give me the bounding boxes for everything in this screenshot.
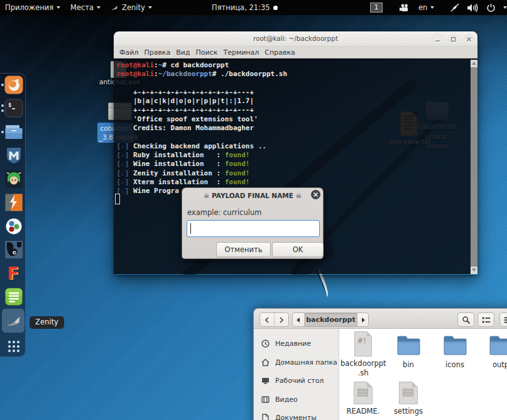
file-manager-header: backdoorppt — [254, 309, 507, 329]
sidebar-item-desktop[interactable]: Рабочий стол — [254, 372, 339, 390]
folder-icon — [397, 336, 420, 355]
view-toggle-button[interactable] — [477, 312, 494, 327]
breadcrumb-current-folder[interactable]: backdoorppt — [305, 313, 357, 326]
camera-indicator[interactable] — [399, 0, 410, 15]
svg-text:F: F — [8, 264, 19, 283]
places-label: Места — [70, 3, 94, 12]
text-caret — [190, 223, 191, 234]
terminal-titlebar[interactable]: root@kali: ~/backdoorppt — [114, 31, 477, 47]
notification-dot — [273, 6, 278, 10]
file-icons[interactable]: icons — [432, 336, 477, 370]
burpsuite-icon[interactable] — [4, 193, 23, 212]
file-manager-window: backdoorppt Недавние Домашняя папка Рабо — [253, 308, 507, 420]
files-app-icon[interactable] — [4, 123, 23, 141]
file-backdoorppt-sh[interactable]: #! backdoorppt.sh — [341, 331, 386, 377]
app-grid-icon[interactable] — [4, 336, 23, 355]
path-scroll-right-button[interactable] — [357, 313, 368, 326]
menu-edit[interactable]: Правка — [141, 48, 173, 57]
script-file-icon: #! — [354, 331, 372, 356]
file-label: bin — [386, 360, 431, 370]
terminal-app-icon[interactable]: $ — [4, 99, 23, 118]
applications-menu[interactable]: Приложения — [5, 0, 60, 15]
running-indicator — [1, 109, 4, 112]
path-bar: backdoorppt — [292, 312, 369, 327]
applications-label: Приложения — [5, 3, 53, 12]
places-menu[interactable]: Места — [70, 0, 101, 15]
file-outp[interactable]: outp — [478, 336, 507, 370]
chevron-down-icon — [503, 6, 507, 9]
sidebar-item-home[interactable]: Домашняя папка — [254, 353, 339, 372]
file-settings[interactable]: settings — [386, 382, 431, 416]
power-icon — [486, 3, 496, 13]
language-label: en — [418, 3, 427, 12]
file-bin[interactable]: bin — [386, 336, 431, 370]
back-button[interactable] — [260, 313, 275, 326]
chevron-down-icon — [148, 6, 152, 9]
svg-text:#!: #! — [358, 336, 367, 345]
file-label: settings — [386, 407, 431, 416]
chevron-down-icon — [430, 6, 434, 9]
terminal-cursor — [115, 194, 120, 204]
minimize-button[interactable] — [432, 34, 443, 45]
top-bar: Приложения Места Zenity Пятница, 21:35 1… — [0, 0, 507, 15]
terminal-title: root@kali: ~/backdoorppt — [114, 31, 477, 46]
camera-indicator-icon — [399, 4, 410, 12]
menu-view[interactable]: Вид — [173, 48, 193, 57]
scroll-down-button[interactable] — [471, 267, 477, 274]
sidebar-item-label: Недавние — [275, 340, 311, 348]
ok-button[interactable]: OK — [272, 242, 324, 257]
dialog-title: ☠ PAYLOAD FINAL NAME ☠ — [182, 192, 323, 199]
running-indicator — [1, 131, 4, 133]
colored-dots-app-icon[interactable] — [4, 217, 23, 236]
video-icon — [261, 395, 270, 404]
system-menu[interactable] — [450, 0, 507, 15]
terminal-output: root@kali:~# cd backdoorpptroot@kali:~/b… — [117, 61, 459, 196]
maximize-button[interactable] — [448, 34, 459, 45]
beef-icon[interactable] — [4, 240, 23, 259]
keyboard-layout-menu[interactable]: en — [418, 0, 434, 15]
sidebar-item-documents[interactable]: Документы — [254, 409, 339, 420]
folder-icon — [489, 336, 507, 355]
armitage-icon[interactable] — [4, 170, 23, 189]
document-file-icon — [399, 382, 418, 404]
zenity-mini-icon — [111, 4, 119, 12]
sidebar-item-recent[interactable]: Недавние — [254, 334, 339, 353]
home-icon — [261, 358, 270, 367]
terminal-scrollbar[interactable] — [471, 60, 477, 274]
path-scroll-left-button[interactable] — [293, 313, 305, 326]
active-app-menu[interactable]: Zenity — [111, 0, 152, 15]
file-label: backdoorppt.sh — [341, 359, 386, 377]
leafpad-icon[interactable] — [4, 287, 23, 306]
clock-menu[interactable]: Пятница, 21:35 — [212, 0, 278, 15]
payload-name-dialog: ☠ PAYLOAD FINAL NAME ☠ example: curricul… — [182, 187, 324, 259]
menu-terminal[interactable]: Терминал — [221, 48, 262, 57]
file-readme[interactable]: README. — [341, 382, 386, 416]
zenity-icon[interactable] — [4, 312, 23, 331]
clock-label: Пятница, 21:35 — [212, 3, 270, 12]
menu-help[interactable]: Справка — [262, 48, 298, 57]
documents-icon — [261, 414, 270, 420]
scroll-up-button[interactable] — [471, 60, 477, 67]
search-button[interactable] — [457, 312, 474, 327]
running-indicator — [1, 84, 4, 86]
menu-file[interactable]: Файл — [117, 48, 141, 57]
sidebar-item-video[interactable]: Видео — [254, 390, 339, 409]
cancel-button[interactable]: Отменить — [216, 242, 271, 257]
sidebar-item-label: Рабочий стол — [275, 377, 324, 385]
dialog-close-button[interactable] — [311, 190, 320, 199]
chevron-down-icon — [57, 6, 60, 9]
payload-name-input[interactable] — [187, 220, 320, 237]
faraday-icon[interactable]: F F — [4, 264, 23, 283]
file-list: #! backdoorppt.sh bin icons — [339, 329, 507, 420]
metasploit-icon[interactable] — [4, 146, 23, 165]
menu-button[interactable] — [499, 312, 507, 327]
close-button[interactable] — [464, 34, 474, 45]
menu-search[interactable]: Поиск — [193, 48, 221, 57]
folder-icon — [444, 336, 467, 355]
svg-text:$: $ — [8, 102, 11, 108]
forward-button[interactable] — [275, 313, 289, 326]
chevron-down-icon — [97, 6, 101, 9]
firefox-icon[interactable] — [4, 75, 23, 94]
workspace-indicator[interactable]: 1 — [370, 3, 383, 13]
desktop-icon — [261, 377, 270, 385]
